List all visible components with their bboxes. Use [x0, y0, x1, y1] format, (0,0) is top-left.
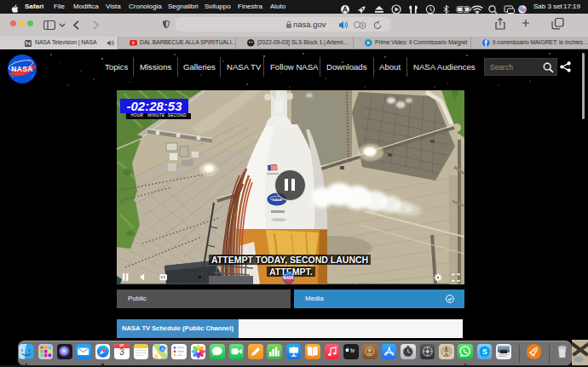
- svg-text:A: A: [161, 347, 164, 352]
- svg-text:tv: tv: [350, 347, 355, 353]
- svg-text:NASA: NASA: [283, 276, 294, 280]
- svg-text:NASA: NASA: [11, 65, 32, 73]
- svg-text:S: S: [482, 347, 487, 356]
